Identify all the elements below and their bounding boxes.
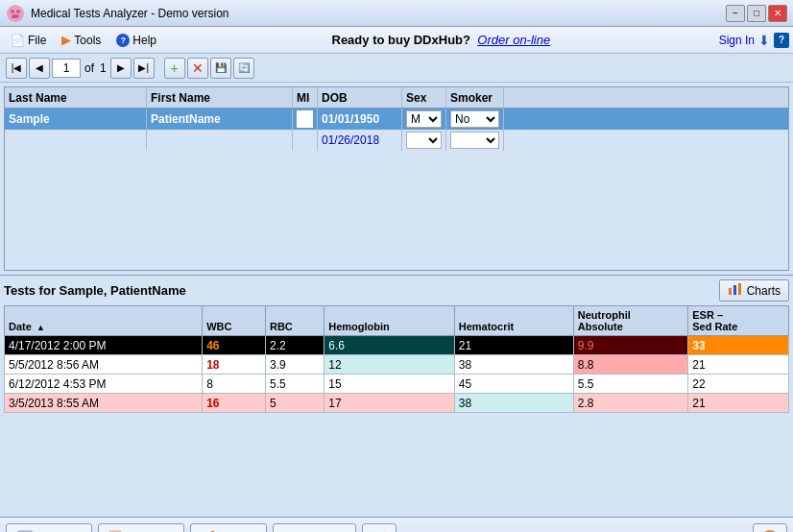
patient-row-2[interactable]: 01/26/2018 M F No Yes	[5, 130, 788, 151]
tests-title: Tests for Sample, PatientName	[4, 283, 186, 298]
test-esr-1: 33	[688, 336, 789, 355]
page-number-input[interactable]	[52, 59, 81, 78]
nav-prev-button[interactable]: ◀	[29, 58, 50, 79]
patient-sex-2[interactable]: M F	[402, 130, 446, 151]
patient-dob-2[interactable]: 01/26/2018	[318, 130, 402, 151]
test-hct-2: 38	[454, 355, 573, 375]
patient-lastname-2[interactable]	[5, 130, 147, 151]
svg-rect-5	[733, 285, 736, 295]
patient-firstname-1[interactable]: PatientName	[147, 109, 293, 130]
patient-row-1[interactable]: Sample PatientName 01/01/1950 M F No	[5, 109, 788, 130]
help-circle-icon: ?	[116, 34, 130, 47]
patient-dob-1[interactable]: 01/01/1950	[318, 109, 402, 130]
close-button[interactable]: ✕	[768, 5, 787, 22]
col-header-mi: MI	[293, 87, 318, 108]
test-hgb-2: 12	[324, 355, 454, 375]
svg-rect-4	[729, 288, 732, 295]
test-rbc-4: 5	[265, 394, 324, 413]
tools-label: Tools	[74, 34, 101, 47]
test-hct-4: 38	[454, 394, 573, 413]
test-neut-1: 9.9	[573, 336, 687, 355]
tests-table: Date ▲ WBC RBC Hemoglobin Hematocrit Neu…	[4, 305, 789, 413]
add-record-button[interactable]: +	[164, 58, 185, 79]
col-date: Date ▲	[5, 306, 203, 336]
test-neut-4: 2.8	[573, 394, 687, 413]
svg-point-2	[16, 10, 20, 13]
minimize-button[interactable]: −	[726, 5, 745, 22]
patient-smoker-1[interactable]: No Yes	[446, 109, 504, 130]
patient-mi-input-1[interactable]	[297, 110, 313, 128]
of-text: of	[83, 61, 96, 75]
sign-in-link[interactable]: Sign In	[719, 34, 755, 47]
patient-sex-1[interactable]: M F	[402, 109, 446, 130]
test-neut-2: 8.8	[573, 355, 687, 375]
refresh-button[interactable]	[753, 523, 787, 533]
order-link[interactable]: Order on-line	[477, 33, 550, 47]
col-wbc: WBC	[203, 306, 266, 336]
test-row-1[interactable]: 4/17/2012 2:00 PM 46 2.2 6.6 21 9.9 33	[5, 336, 789, 355]
patient-section: Last Name First Name MI DOB Sex Smoker S…	[0, 83, 793, 275]
add-test-button[interactable]: + Add Test	[6, 523, 92, 533]
file-icon: 📄	[11, 34, 25, 47]
patient-sex-select-2[interactable]: M F	[406, 132, 442, 149]
charts-button[interactable]: Charts	[719, 279, 789, 302]
patient-smoker-2[interactable]: No Yes	[446, 130, 504, 151]
refresh-record-button[interactable]: 🔄	[233, 58, 254, 79]
col-header-lastname: Last Name	[5, 87, 147, 108]
edit-test-button[interactable]: Edit Test	[98, 523, 184, 533]
app-icon	[6, 4, 25, 23]
patient-mi-2[interactable]	[293, 130, 318, 151]
test-date-2: 5/5/2012 8:56 AM	[5, 355, 203, 375]
titlebar: Medical Tests Analyzer - Demo version − …	[0, 0, 793, 27]
menubar: 📄 File ▶ Tools ? Help Ready to buy DDxHu…	[0, 27, 793, 54]
test-row-2[interactable]: 5/5/2012 8:56 AM 18 3.9 12 38 8.8 21	[5, 355, 789, 375]
col-neutrophil: NeutrophilAbsolute	[573, 306, 687, 336]
patient-lastname-1[interactable]: Sample	[5, 109, 147, 130]
col-hematocrit: Hematocrit	[454, 306, 573, 336]
buy-text: Ready to buy DDxHub?	[332, 33, 470, 47]
test-esr-2: 21	[688, 355, 789, 375]
report-button[interactable]: Report	[190, 523, 267, 533]
help-menu[interactable]: ? Help	[109, 31, 163, 50]
tools-menu[interactable]: ▶ Tools	[55, 30, 108, 50]
refresh-icon	[759, 528, 781, 533]
svg-point-1	[11, 10, 14, 13]
test-row-4[interactable]: 3/5/2013 8:55 AM 16 5 17 38 2.8 21	[5, 394, 789, 413]
test-wbc-1: 46	[203, 336, 266, 355]
delete-button[interactable]	[362, 523, 396, 533]
test-rbc-2: 3.9	[265, 355, 324, 375]
test-wbc-2: 18	[203, 355, 266, 375]
col-hemoglobin: Hemoglobin	[324, 306, 454, 336]
tools-icon: ▶	[61, 33, 71, 47]
patient-table-header: Last Name First Name MI DOB Sex Smoker	[5, 87, 788, 109]
help-icon-button[interactable]: ?	[774, 33, 789, 48]
help-label: Help	[132, 34, 156, 47]
file-menu[interactable]: 📄 File	[4, 31, 53, 50]
patient-smoker-select-2[interactable]: No Yes	[450, 132, 499, 149]
patient-mi-1[interactable]	[293, 109, 318, 130]
test-rbc-3: 5.5	[265, 375, 324, 394]
save-record-button[interactable]: 💾	[210, 58, 231, 79]
patient-firstname-2[interactable]	[147, 130, 293, 151]
test-wbc-3: 8	[203, 375, 266, 394]
col-rbc: RBC	[265, 306, 324, 336]
col-header-dob: DOB	[318, 87, 402, 108]
analyze-button[interactable]: Analyze	[273, 523, 356, 533]
patient-smoker-select-1[interactable]: No Yes	[450, 110, 499, 128]
maximize-button[interactable]: □	[747, 5, 766, 22]
tests-table-header: Date ▲ WBC RBC Hemoglobin Hematocrit Neu…	[5, 306, 789, 336]
nav-first-button[interactable]: |◀	[6, 58, 27, 79]
test-hgb-3: 15	[324, 375, 454, 394]
test-date-4: 3/5/2013 8:55 AM	[5, 394, 203, 413]
delete-record-button[interactable]: ✕	[187, 58, 208, 79]
main-content: |◀ ◀ of 1 ▶ ▶| + ✕ 💾 🔄 Last Name First N…	[0, 54, 793, 532]
test-neut-3: 5.5	[573, 375, 687, 394]
svg-point-0	[7, 5, 24, 22]
col-esr: ESR –Sed Rate	[688, 306, 789, 336]
bottom-toolbar: + Add Test Edit Test	[0, 517, 793, 532]
test-row-3[interactable]: 6/12/2012 4:53 PM 8 5.5 15 45 5.5 22	[5, 375, 789, 394]
nav-last-button[interactable]: ▶|	[133, 58, 155, 79]
patient-sex-select-1[interactable]: M F	[406, 110, 442, 128]
test-date-3: 6/12/2012 4:53 PM	[5, 375, 203, 394]
nav-next-button[interactable]: ▶	[110, 58, 132, 79]
